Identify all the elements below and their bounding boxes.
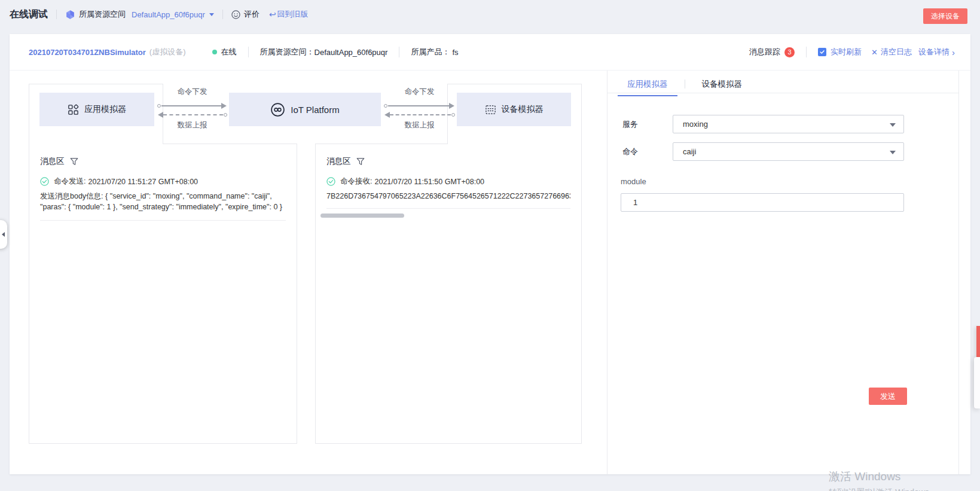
link-platform-to-device: 命令下发 数据上报 xyxy=(383,87,456,131)
app-simulator-label: 应用模拟器 xyxy=(84,104,126,115)
device-simulator-box: 设备模拟器 xyxy=(457,93,571,126)
feedback-label: 评价 xyxy=(244,9,259,20)
resource-space-value: DefaultApp_60f6puqr xyxy=(315,48,388,57)
sidebar-collapse-handle[interactable] xyxy=(0,220,7,249)
device-type-label: (虚拟设备) xyxy=(149,47,186,57)
log-entry: 命令发送: 2021/07/20 11:51:27 GMT+08:00 发送消息… xyxy=(40,176,286,221)
device-dashed-box-icon xyxy=(485,104,496,115)
return-arrow-icon: ↩ xyxy=(269,10,276,19)
iot-platform-label: IoT Platform xyxy=(291,105,339,115)
data-up-arrow xyxy=(390,114,451,115)
device-name-link[interactable]: 20210720T034701ZNBSimulator xyxy=(29,48,146,57)
feedback-widget[interactable] xyxy=(974,357,980,408)
message-body-line1: 发送消息body信息: { "service_id": "moxing", "c… xyxy=(40,191,286,202)
payload-hex: 7B226D736754797065223A22636C6F7564526571… xyxy=(326,192,570,200)
smiley-icon xyxy=(231,10,240,19)
event-time: 2021/07/20 11:51:50 GMT+08:00 xyxy=(374,178,484,186)
service-select-value: moxing xyxy=(683,120,708,129)
chevron-left-icon xyxy=(2,232,5,237)
command-down-label: 命令下发 xyxy=(157,87,228,97)
back-to-old-link[interactable]: ↩ 回到旧版 xyxy=(269,9,309,20)
simulator-panel: 应用模拟器 设备模拟器 服务 moxing 命令 caiji module 发送 xyxy=(607,71,959,474)
data-up-arrow xyxy=(163,114,223,115)
status-badge: 在线 xyxy=(212,47,237,57)
divider xyxy=(222,10,223,19)
divider xyxy=(399,47,399,57)
device-message-area-title: 消息区 xyxy=(326,156,351,167)
divider xyxy=(806,47,807,57)
command-select-value: caiji xyxy=(683,147,696,156)
log-entry: 命令接收: 2021/07/20 11:51:50 GMT+08:00 7B22… xyxy=(326,176,570,209)
filter-icon[interactable] xyxy=(70,157,78,166)
feedback-link[interactable]: 评价 xyxy=(231,9,259,20)
command-down-arrow xyxy=(161,105,221,106)
divider xyxy=(326,208,570,209)
panel-tabs: 应用模拟器 设备模拟器 xyxy=(618,79,752,96)
page-title: 在线调试 xyxy=(10,8,48,21)
success-check-icon xyxy=(40,177,49,186)
app-simulator-box: 应用模拟器 xyxy=(39,93,154,126)
send-button[interactable]: 发送 xyxy=(869,388,907,405)
device-header: 20210720T034701ZNBSimulator (虚拟设备) 在线 所属… xyxy=(10,34,970,71)
chevron-down-icon xyxy=(890,151,896,154)
filter-icon[interactable] xyxy=(356,157,365,166)
chevron-down-icon xyxy=(890,123,896,127)
horizontal-scrollbar[interactable] xyxy=(320,214,404,218)
select-device-button[interactable]: 选择设备 xyxy=(923,8,967,24)
resource-space-label: 所属资源空间 xyxy=(79,9,126,20)
resource-space-group: 所属资源空间 DefaultApp_60f6puqr xyxy=(65,9,214,20)
event-label: 命令接收: xyxy=(340,176,372,187)
feedback-tab[interactable] xyxy=(976,326,980,357)
module-input[interactable] xyxy=(621,193,904,212)
chevron-right-icon[interactable]: › xyxy=(952,47,955,57)
divider xyxy=(56,10,57,19)
product-value: fs xyxy=(452,48,458,57)
divider xyxy=(607,93,958,93)
module-label: module xyxy=(621,177,646,186)
link-app-to-platform: 命令下发 数据上报 xyxy=(157,87,228,131)
watermark-line2: 转到“设置”以激活 Windows xyxy=(829,487,929,491)
app-message-area-title: 消息区 xyxy=(40,156,65,167)
divider xyxy=(248,47,249,57)
online-dot-icon xyxy=(212,50,217,54)
topbar: 在线调试 所属资源空间 DefaultApp_60f6puqr 评价 ↩ 回到旧… xyxy=(0,0,980,29)
data-up-label: 数据上报 xyxy=(383,120,456,130)
command-label: 命令 xyxy=(622,147,638,157)
event-label: 命令发送: xyxy=(54,176,86,187)
tab-app-simulator[interactable]: 应用模拟器 xyxy=(618,79,677,96)
realtime-refresh-label[interactable]: 实时刷新 xyxy=(831,47,862,57)
divider xyxy=(685,80,685,89)
app-message-card: 消息区 命令发送: 2021/07/20 11:51:27 GMT+08:00 … xyxy=(29,144,297,444)
message-trace-count-badge: 3 xyxy=(784,47,795,57)
cube-icon xyxy=(65,10,75,20)
device-simulator-label: 设备模拟器 xyxy=(502,104,544,115)
product-label: 所属产品： xyxy=(411,47,450,57)
device-message-card: 消息区 命令接收: 2021/07/20 11:51:50 GMT+08:00 … xyxy=(315,144,582,444)
command-down-label: 命令下发 xyxy=(383,87,456,97)
app-grid-icon xyxy=(68,104,79,115)
success-check-icon xyxy=(326,177,335,186)
iot-platform-box: IoT Platform xyxy=(229,93,381,126)
divider xyxy=(40,220,286,221)
device-detail-link[interactable]: 设备详情 xyxy=(918,47,950,57)
message-body-line2: "paras": { "module": 1 }, "send_strategy… xyxy=(40,202,286,212)
chevron-down-icon[interactable] xyxy=(209,13,214,16)
service-select[interactable]: moxing xyxy=(673,115,904,133)
message-trace-link[interactable]: 消息跟踪 xyxy=(749,47,780,57)
debug-card: 20210720T034701ZNBSimulator (虚拟设备) 在线 所属… xyxy=(10,34,970,474)
header-actions: 消息跟踪 3 实时刷新 ✕ 清空日志 设备详情 › xyxy=(749,47,955,57)
app-select[interactable]: DefaultApp_60f6puqr xyxy=(132,10,205,19)
clear-log-x-icon[interactable]: ✕ xyxy=(871,48,878,57)
service-label: 服务 xyxy=(622,119,638,130)
data-up-label: 数据上报 xyxy=(157,120,228,130)
back-to-old-label: 回到旧版 xyxy=(277,9,309,20)
resource-space-label: 所属资源空间： xyxy=(260,47,315,57)
status-label: 在线 xyxy=(221,47,237,57)
command-down-arrow xyxy=(388,105,449,106)
iot-platform-logo-icon xyxy=(270,102,285,117)
command-select[interactable]: caiji xyxy=(673,142,904,161)
realtime-refresh-checkbox[interactable] xyxy=(818,48,826,56)
event-time: 2021/07/20 11:51:27 GMT+08:00 xyxy=(88,178,198,186)
clear-log-link[interactable]: 清空日志 xyxy=(881,47,912,57)
